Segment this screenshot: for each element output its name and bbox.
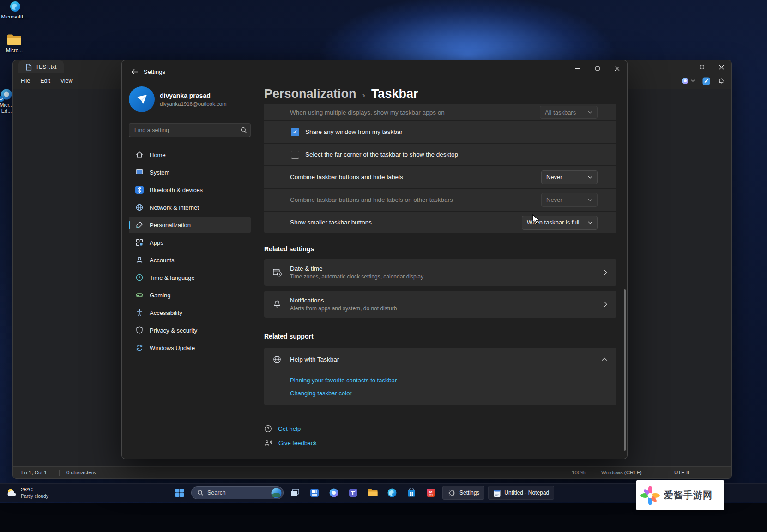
profile-name: divyanka prasad: [160, 92, 211, 99]
sidebar-item-system[interactable]: System: [129, 164, 251, 181]
edge-icon[interactable]: [384, 485, 400, 501]
notifications-card[interactable]: Notifications Alerts from apps and syste…: [264, 291, 616, 318]
sidebar-item-home[interactable]: Home: [129, 146, 251, 163]
sidebar-item-accounts[interactable]: Accounts: [129, 252, 251, 268]
help-link-taskbar-color[interactable]: Changing taskbar color: [290, 390, 352, 397]
time-language-icon: [135, 273, 144, 282]
row-label: Combine taskbar buttons and hide labels: [290, 174, 403, 181]
search-input[interactable]: [129, 127, 237, 133]
give-feedback-row[interactable]: Give feedback: [264, 439, 317, 447]
sidebar-item-gaming[interactable]: Gaming: [129, 287, 251, 303]
shield-icon: [135, 326, 144, 334]
file-explorer-icon[interactable]: [365, 485, 380, 501]
multiple-displays-dropdown[interactable]: All taskbars: [540, 106, 598, 119]
help-title: Help with Taskbar: [290, 356, 339, 363]
notepad-tab[interactable]: TEST.txt: [18, 60, 64, 73]
row-smaller-buttons: Show smaller taskbar buttons When taskba…: [264, 212, 616, 233]
widgets-icon[interactable]: [307, 485, 322, 501]
sidebar-item-accessibility[interactable]: Accessibility: [129, 304, 251, 321]
dropdown-value: All taskbars: [545, 109, 576, 116]
far-corner-checkbox[interactable]: [291, 151, 299, 159]
taskbar-button-settings[interactable]: Settings: [442, 486, 484, 500]
sidebar-item-personalization[interactable]: Personalization: [129, 217, 251, 233]
row-share-window: Share any window from my taskbar: [264, 121, 616, 143]
copilot-menu-button[interactable]: [682, 77, 695, 85]
minimize-button[interactable]: [672, 60, 692, 73]
date-time-card[interactable]: Date & time Time zones, automatic clock …: [264, 259, 616, 286]
card-desc: Time zones, automatic clock settings, ca…: [290, 273, 423, 280]
chevron-down-icon: [691, 79, 695, 82]
feedback-icon: [264, 439, 272, 447]
desktop-icon-label: Micro...: [6, 48, 23, 54]
sidebar-item-windows-update[interactable]: Windows Update: [129, 339, 251, 356]
help-with-taskbar-card: Help with Taskbar Pinning your favorite …: [264, 348, 616, 405]
apps-icon: [135, 238, 144, 247]
network-globe-icon: [135, 203, 144, 212]
gear-icon[interactable]: [718, 77, 725, 85]
sidebar-item-label: Privacy & security: [150, 327, 197, 334]
chevron-down-icon: [588, 221, 592, 224]
chevron-right-icon: [604, 302, 607, 307]
close-button[interactable]: [712, 60, 731, 73]
menu-edit[interactable]: Edit: [35, 75, 55, 86]
teams-icon[interactable]: [345, 485, 361, 501]
help-expander[interactable]: Help with Taskbar: [264, 348, 616, 371]
combine-buttons-dropdown[interactable]: Never: [541, 170, 598, 184]
weather-widget[interactable]: 28°C Partly cloudy: [2, 485, 52, 501]
sidebar-item-time-language[interactable]: Time & language: [129, 269, 251, 286]
avatar[interactable]: [129, 86, 155, 112]
date-time-icon: [272, 268, 282, 278]
row-far-corner: Select the far corner of the taskbar to …: [264, 144, 616, 165]
row-multiple-displays: When using multiple displays, show my ta…: [264, 104, 616, 120]
desktop-icon-folder[interactable]: Micro...: [0, 33, 32, 54]
task-view-icon[interactable]: [287, 485, 303, 501]
sync-check-badge: [0, 96, 4, 102]
windows-update-icon: [135, 344, 144, 352]
get-help-row[interactable]: Get help: [264, 425, 301, 433]
maximize-button[interactable]: [692, 60, 712, 73]
give-feedback-link[interactable]: Give feedback: [278, 440, 317, 447]
taskbar-search-box[interactable]: Search: [191, 486, 284, 499]
edit-with-copilot-button[interactable]: [702, 77, 710, 85]
desktop-icon-edge-shortcut[interactable]: MicrosoftE...: [0, 0, 33, 20]
sidebar-item-label: Apps: [150, 239, 163, 246]
help-link-pinning-contacts[interactable]: Pinning your favorite contacts to taskba…: [290, 377, 397, 384]
watermark: 爱酱手游网: [636, 480, 724, 510]
notepad-window-controls: [672, 60, 731, 73]
combine-other-dropdown[interactable]: Never: [541, 193, 598, 207]
help-links: Pinning your favorite contacts to taskba…: [264, 371, 616, 405]
sidebar-item-bluetooth-devices[interactable]: Bluetooth & devices: [129, 181, 251, 198]
copilot-icon[interactable]: [326, 485, 342, 501]
status-encoding[interactable]: UTF-8: [674, 470, 689, 475]
status-zoom[interactable]: 100%: [572, 470, 585, 475]
get-help-link[interactable]: Get help: [278, 425, 301, 432]
microsoft-store-icon[interactable]: [404, 485, 419, 501]
menu-file[interactable]: File: [16, 75, 35, 86]
settings-window: Settings divyanka prasad divyanka1916@ou…: [121, 60, 628, 459]
sidebar-item-label: Network & internet: [150, 204, 199, 211]
bluetooth-icon: [135, 186, 144, 194]
taskbar-button-notepad[interactable]: Untitled - Notepad: [488, 486, 554, 500]
taskbar-button-label: Settings: [459, 490, 479, 496]
search-icon: [197, 490, 204, 496]
breadcrumb-parent[interactable]: Personalization: [264, 87, 356, 101]
search-icon[interactable]: [237, 127, 250, 133]
copilot-icon: [682, 77, 689, 85]
scrollbar[interactable]: [624, 289, 626, 451]
sidebar-item-privacy-security[interactable]: Privacy & security: [129, 322, 251, 339]
start-button[interactable]: [172, 485, 187, 501]
status-line-ending[interactable]: Windows (CRLF): [601, 470, 642, 475]
menu-view[interactable]: View: [55, 75, 78, 86]
back-button[interactable]: [127, 65, 142, 78]
m365-icon[interactable]: M365: [423, 485, 439, 501]
sidebar-item-label: Accessibility: [150, 309, 182, 316]
sidebar-item-network-internet[interactable]: Network & internet: [129, 199, 251, 216]
row-combine-other: Combine taskbar buttons and hide labels …: [264, 189, 616, 211]
sidebar-item-apps[interactable]: Apps: [129, 234, 251, 251]
accessibility-icon: [135, 308, 144, 317]
share-window-checkbox[interactable]: [291, 128, 299, 136]
mouse-cursor: [532, 214, 542, 224]
weather-icon: [6, 487, 18, 498]
dropdown-value: Never: [546, 196, 562, 203]
search-highlight-icon: [271, 488, 282, 498]
